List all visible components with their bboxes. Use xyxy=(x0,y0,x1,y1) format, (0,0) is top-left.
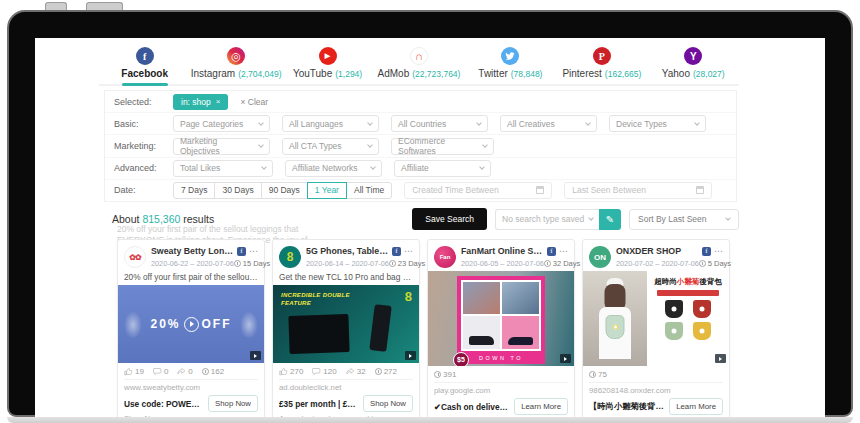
ad-creative-image[interactable]: DOWN TO $5 xyxy=(428,271,574,366)
ad-card: ON ONXDER SHOP 2020-07-02 – 2020-07-06 5… xyxy=(582,239,730,417)
date-option-30days[interactable]: 30 Days xyxy=(214,182,261,199)
calendar-icon xyxy=(536,186,544,194)
tab-admob[interactable]: AdMob(22,723,764) xyxy=(373,44,464,84)
card-header: 8 5G Phones, Tablets & SIMs | ... 2020-0… xyxy=(273,240,419,271)
tab-count: (78,848) xyxy=(511,69,543,79)
dropdown-languages[interactable]: All Languages xyxy=(282,115,379,132)
duration-stat: 391 xyxy=(434,370,456,379)
clock-icon xyxy=(434,371,441,378)
filter-row-advanced: Advanced: Total Likes Affiliate Networks… xyxy=(105,157,736,179)
tab-twitter[interactable]: Twitter(78,848) xyxy=(465,44,556,84)
date-option-90days[interactable]: 90 Days xyxy=(261,182,308,199)
model-photo-graphic xyxy=(583,271,647,366)
filter-row-marketing: Marketing: Marketing Objectives All CTA … xyxy=(105,134,736,156)
date-option-1year[interactable]: 1 Year xyxy=(307,182,347,199)
clear-filters-link[interactable]: × Clear xyxy=(240,97,268,107)
dropdown-page-categories[interactable]: Page Categories xyxy=(173,115,270,132)
calendar-icon xyxy=(696,186,704,194)
landing-domain: ad.doubleclick.net xyxy=(279,379,413,394)
edit-pencil-icon[interactable]: ✎ xyxy=(599,209,621,230)
clock-icon xyxy=(202,368,209,375)
clock-icon xyxy=(699,260,706,267)
save-search-button[interactable]: Save Search xyxy=(412,208,487,230)
pinterest-icon xyxy=(593,47,611,65)
cta-button[interactable]: Learn More xyxy=(514,398,568,415)
dropdown-ecommerce-softwares[interactable]: ECommerce Softwares xyxy=(391,138,494,155)
dropdown-countries[interactable]: All Countries xyxy=(391,115,488,132)
ad-headline: 【時尚小雛菊後背包】小雛菊刺... xyxy=(589,401,665,412)
date-option-alltime[interactable]: All Time xyxy=(346,182,392,199)
creative-headline-text: INCREDIBLE DOUBLEFEATURE xyxy=(281,292,350,307)
chevron-down-icon xyxy=(367,120,373,126)
ad-creative-image[interactable]: 20% OFF xyxy=(118,285,264,363)
date-option-7days[interactable]: 7 Days xyxy=(173,182,215,199)
dropdown-device-types[interactable]: Device Types xyxy=(609,115,706,132)
more-menu-icon[interactable] xyxy=(249,249,258,254)
cta-button[interactable]: Shop Now xyxy=(208,395,258,412)
created-time-input[interactable]: Created Time Between xyxy=(404,182,552,199)
dropdown-value: Affiliate Networks xyxy=(292,163,358,173)
dropdown-cta-types[interactable]: All CTA Types xyxy=(282,138,379,155)
advertiser-title[interactable]: ONXDER SHOP xyxy=(616,246,699,256)
stats-row: 270 120 32 272 xyxy=(273,363,419,379)
advertiser-title[interactable]: Sweaty Betty London | Wom... xyxy=(151,246,234,256)
ad-creative-image[interactable]: INCREDIBLE DOUBLEFEATURE 8 xyxy=(273,285,419,363)
clock-icon xyxy=(544,260,551,267)
chevron-down-icon xyxy=(588,215,594,221)
dropdown-marketing-objectives[interactable]: Marketing Objectives xyxy=(173,138,270,155)
more-menu-icon[interactable] xyxy=(714,249,723,254)
media-type-icon xyxy=(405,351,416,360)
saved-search-placeholder: No search type saved xyxy=(502,214,584,224)
dropdown-value: Page Categories xyxy=(180,119,243,129)
cta-button[interactable]: Learn More xyxy=(669,398,723,415)
more-menu-icon[interactable] xyxy=(559,249,568,254)
filter-row-selected: Selected: in: shop× × Clear xyxy=(105,91,736,112)
dropdown-creatives[interactable]: All Creatives xyxy=(500,115,597,132)
advertiser-title[interactable]: FanMart Online Shopping - F... xyxy=(461,246,544,256)
tab-label: Twitter xyxy=(478,68,507,79)
like-icon xyxy=(279,367,288,376)
sort-dropdown[interactable]: Sort By Last Seen xyxy=(629,209,739,230)
date-range-segmented-control: 7 Days 30 Days 90 Days 1 Year All Time xyxy=(173,182,392,199)
creative-discount-text: 20% xyxy=(150,317,180,331)
chip-close-icon[interactable]: × xyxy=(216,97,221,106)
tab-facebook[interactable]: Facebook xyxy=(99,44,190,84)
stats-row: 391 xyxy=(428,366,574,382)
more-menu-icon[interactable] xyxy=(404,249,413,254)
tab-youtube[interactable]: YouTube(1,294) xyxy=(282,44,373,84)
selected-filter-chip[interactable]: in: shop× xyxy=(173,94,228,110)
chevron-down-icon xyxy=(258,120,264,126)
tv-graphic xyxy=(288,314,349,354)
dropdown-value: Total Likes xyxy=(180,163,220,173)
ribbon-graphic xyxy=(657,290,719,296)
ad-card: Fan FanMart Online Shopping - F... 2020-… xyxy=(427,239,575,417)
landing-domain: 986208148.onxder.com xyxy=(589,382,723,397)
clock-icon xyxy=(589,371,596,378)
page: Facebook Instagram(2,704,049) YouTube(1,… xyxy=(0,0,860,423)
saved-search-dropdown[interactable]: No search type saved ✎ xyxy=(495,209,621,230)
dropdown-affiliate-networks[interactable]: Affiliate Networks xyxy=(285,160,382,177)
ad-card: ✿✿ Sweaty Betty London | Wom... 2020-06-… xyxy=(117,239,265,417)
platform-tabbar: Facebook Instagram(2,704,049) YouTube(1,… xyxy=(99,44,739,86)
cta-button[interactable]: Shop Now xyxy=(363,395,413,412)
marketing-label: Marketing: xyxy=(114,141,161,151)
twitter-icon xyxy=(501,47,519,65)
stats-row: 19 0 0 162 xyxy=(118,363,264,379)
comments-stat: 0 xyxy=(153,367,168,376)
advertiser-title[interactable]: 5G Phones, Tablets & SIMs | ... xyxy=(306,246,389,256)
clock-icon xyxy=(389,260,396,267)
last-seen-input[interactable]: Last Seen Between xyxy=(564,182,712,199)
tab-pinterest[interactable]: Pinterest(162,665) xyxy=(556,44,647,84)
ad-results-grid: ✿✿ Sweaty Betty London | Wom... 2020-06-… xyxy=(117,239,730,417)
dropdown-value: All Languages xyxy=(289,119,343,129)
ad-creative-image[interactable]: 超時尚小雛菊後背包 xyxy=(583,271,729,366)
likes-stat: 19 xyxy=(124,367,144,376)
tab-instagram[interactable]: Instagram(2,704,049) xyxy=(190,44,281,84)
media-type-icon xyxy=(560,354,571,363)
tab-yahoo[interactable]: Yahoo(28,027) xyxy=(648,44,739,84)
dropdown-value: All Countries xyxy=(398,119,446,129)
advertiser-logo: ON xyxy=(589,246,611,268)
play-icon[interactable] xyxy=(184,317,199,332)
dropdown-total-likes[interactable]: Total Likes xyxy=(173,160,273,177)
dropdown-affiliate[interactable]: Affiliate xyxy=(394,160,491,177)
